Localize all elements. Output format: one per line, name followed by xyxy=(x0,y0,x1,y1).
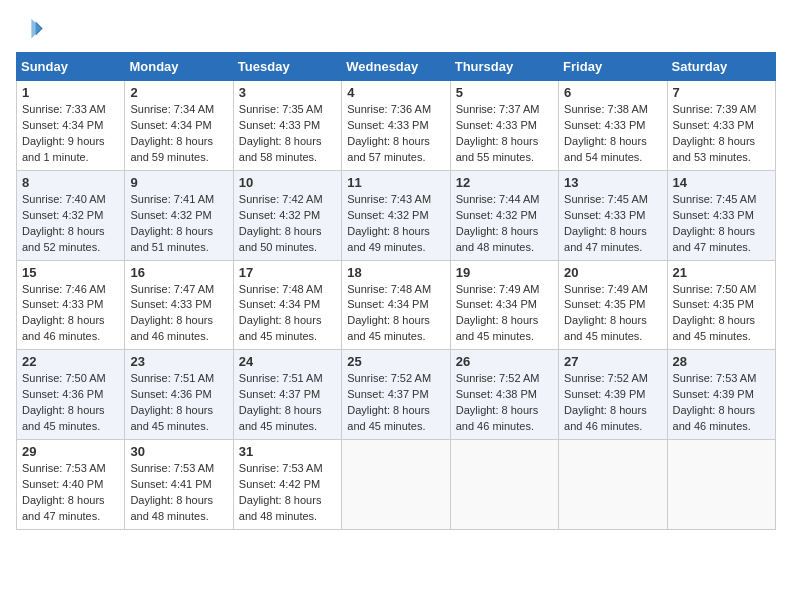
calendar-day-cell: 19 Sunrise: 7:49 AM Sunset: 4:34 PM Dayl… xyxy=(450,260,558,350)
sunset-time: 4:33 PM xyxy=(496,119,537,131)
calendar-week-row: 29 Sunrise: 7:53 AM Sunset: 4:40 PM Dayl… xyxy=(17,440,776,530)
sunrise-time: 7:52 AM xyxy=(391,372,431,384)
sunset-label: Sunset: xyxy=(347,388,387,400)
sunrise-label: Sunrise: xyxy=(239,372,282,384)
sunset-label: Sunset: xyxy=(673,298,713,310)
weekday-header-cell: Sunday xyxy=(17,53,125,81)
day-info: Sunrise: 7:41 AM Sunset: 4:32 PM Dayligh… xyxy=(130,192,227,256)
sunset-time: 4:34 PM xyxy=(171,119,212,131)
sunset-label: Sunset: xyxy=(22,298,62,310)
weekday-header-cell: Monday xyxy=(125,53,233,81)
svg-marker-1 xyxy=(31,19,41,39)
page-header xyxy=(16,16,776,44)
sunset-time: 4:36 PM xyxy=(62,388,103,400)
day-info: Sunrise: 7:51 AM Sunset: 4:36 PM Dayligh… xyxy=(130,371,227,435)
daylight-label: Daylight: 8 hours and 57 minutes. xyxy=(347,135,430,163)
calendar-day-cell: 14 Sunrise: 7:45 AM Sunset: 4:33 PM Dayl… xyxy=(667,170,775,260)
daylight-label: Daylight: 8 hours and 59 minutes. xyxy=(130,135,213,163)
daylight-label: Daylight: 8 hours and 45 minutes. xyxy=(130,404,213,432)
calendar-day-cell: 12 Sunrise: 7:44 AM Sunset: 4:32 PM Dayl… xyxy=(450,170,558,260)
sunset-time: 4:33 PM xyxy=(713,119,754,131)
sunrise-label: Sunrise: xyxy=(564,103,607,115)
day-info: Sunrise: 7:49 AM Sunset: 4:35 PM Dayligh… xyxy=(564,282,661,346)
day-number: 27 xyxy=(564,354,661,369)
day-number: 2 xyxy=(130,85,227,100)
sunrise-label: Sunrise: xyxy=(673,283,716,295)
day-info: Sunrise: 7:52 AM Sunset: 4:39 PM Dayligh… xyxy=(564,371,661,435)
sunrise-time: 7:41 AM xyxy=(174,193,214,205)
daylight-label: Daylight: 8 hours and 45 minutes. xyxy=(347,404,430,432)
calendar-day-cell: 1 Sunrise: 7:33 AM Sunset: 4:34 PM Dayli… xyxy=(17,81,125,171)
day-number: 19 xyxy=(456,265,553,280)
sunset-time: 4:34 PM xyxy=(279,298,320,310)
day-number: 15 xyxy=(22,265,119,280)
day-info: Sunrise: 7:37 AM Sunset: 4:33 PM Dayligh… xyxy=(456,102,553,166)
calendar-day-cell: 24 Sunrise: 7:51 AM Sunset: 4:37 PM Dayl… xyxy=(233,350,341,440)
calendar-day-cell: 25 Sunrise: 7:52 AM Sunset: 4:37 PM Dayl… xyxy=(342,350,450,440)
weekday-header-cell: Friday xyxy=(559,53,667,81)
sunrise-time: 7:33 AM xyxy=(65,103,105,115)
sunrise-label: Sunrise: xyxy=(239,193,282,205)
sunrise-label: Sunrise: xyxy=(456,103,499,115)
daylight-label: Daylight: 8 hours and 58 minutes. xyxy=(239,135,322,163)
daylight-label: Daylight: 8 hours and 45 minutes. xyxy=(239,314,322,342)
calendar-week-row: 8 Sunrise: 7:40 AM Sunset: 4:32 PM Dayli… xyxy=(17,170,776,260)
sunset-time: 4:37 PM xyxy=(279,388,320,400)
day-info: Sunrise: 7:45 AM Sunset: 4:33 PM Dayligh… xyxy=(673,192,770,256)
day-number: 16 xyxy=(130,265,227,280)
sunrise-label: Sunrise: xyxy=(673,372,716,384)
sunrise-time: 7:40 AM xyxy=(65,193,105,205)
sunset-time: 4:33 PM xyxy=(171,298,212,310)
daylight-label: Daylight: 8 hours and 48 minutes. xyxy=(456,225,539,253)
weekday-header-cell: Tuesday xyxy=(233,53,341,81)
sunrise-label: Sunrise: xyxy=(673,193,716,205)
sunset-time: 4:32 PM xyxy=(388,209,429,221)
sunset-label: Sunset: xyxy=(239,478,279,490)
sunset-label: Sunset: xyxy=(347,209,387,221)
daylight-label: Daylight: 8 hours and 47 minutes. xyxy=(564,225,647,253)
day-info: Sunrise: 7:43 AM Sunset: 4:32 PM Dayligh… xyxy=(347,192,444,256)
day-number: 13 xyxy=(564,175,661,190)
sunset-label: Sunset: xyxy=(22,388,62,400)
day-info: Sunrise: 7:52 AM Sunset: 4:38 PM Dayligh… xyxy=(456,371,553,435)
calendar-day-cell: 29 Sunrise: 7:53 AM Sunset: 4:40 PM Dayl… xyxy=(17,440,125,530)
day-number: 21 xyxy=(673,265,770,280)
day-info: Sunrise: 7:46 AM Sunset: 4:33 PM Dayligh… xyxy=(22,282,119,346)
calendar-day-cell: 6 Sunrise: 7:38 AM Sunset: 4:33 PM Dayli… xyxy=(559,81,667,171)
sunrise-label: Sunrise: xyxy=(347,103,390,115)
day-info: Sunrise: 7:34 AM Sunset: 4:34 PM Dayligh… xyxy=(130,102,227,166)
daylight-label: Daylight: 8 hours and 45 minutes. xyxy=(347,314,430,342)
calendar-day-cell: 11 Sunrise: 7:43 AM Sunset: 4:32 PM Dayl… xyxy=(342,170,450,260)
sunrise-time: 7:49 AM xyxy=(608,283,648,295)
daylight-label: Daylight: 8 hours and 48 minutes. xyxy=(239,494,322,522)
calendar-table: SundayMondayTuesdayWednesdayThursdayFrid… xyxy=(16,52,776,530)
sunrise-label: Sunrise: xyxy=(22,193,65,205)
calendar-day-cell: 9 Sunrise: 7:41 AM Sunset: 4:32 PM Dayli… xyxy=(125,170,233,260)
sunrise-label: Sunrise: xyxy=(130,462,173,474)
sunset-time: 4:32 PM xyxy=(496,209,537,221)
sunset-time: 4:32 PM xyxy=(62,209,103,221)
sunset-label: Sunset: xyxy=(239,209,279,221)
day-number: 12 xyxy=(456,175,553,190)
weekday-header-row: SundayMondayTuesdayWednesdayThursdayFrid… xyxy=(17,53,776,81)
sunrise-label: Sunrise: xyxy=(22,103,65,115)
daylight-label: Daylight: 9 hours and 1 minute. xyxy=(22,135,105,163)
sunrise-time: 7:49 AM xyxy=(499,283,539,295)
sunrise-label: Sunrise: xyxy=(22,283,65,295)
sunset-label: Sunset: xyxy=(456,298,496,310)
sunrise-time: 7:50 AM xyxy=(716,283,756,295)
sunset-label: Sunset: xyxy=(456,388,496,400)
day-info: Sunrise: 7:48 AM Sunset: 4:34 PM Dayligh… xyxy=(239,282,336,346)
daylight-label: Daylight: 8 hours and 47 minutes. xyxy=(22,494,105,522)
calendar-day-cell xyxy=(450,440,558,530)
sunrise-label: Sunrise: xyxy=(239,462,282,474)
sunset-label: Sunset: xyxy=(456,209,496,221)
calendar-day-cell: 27 Sunrise: 7:52 AM Sunset: 4:39 PM Dayl… xyxy=(559,350,667,440)
sunset-time: 4:34 PM xyxy=(388,298,429,310)
sunrise-time: 7:51 AM xyxy=(174,372,214,384)
day-number: 8 xyxy=(22,175,119,190)
daylight-label: Daylight: 8 hours and 55 minutes. xyxy=(456,135,539,163)
sunset-label: Sunset: xyxy=(564,209,604,221)
day-number: 4 xyxy=(347,85,444,100)
day-number: 20 xyxy=(564,265,661,280)
